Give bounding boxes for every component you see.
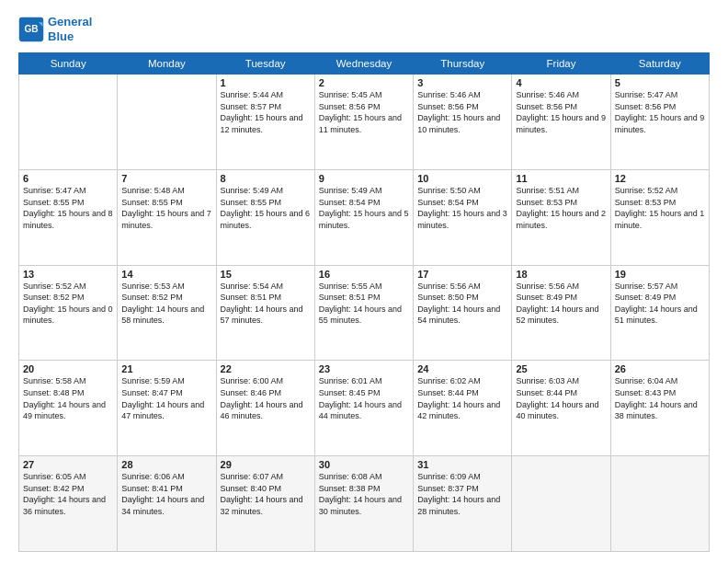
day-info: Sunrise: 6:06 AMSunset: 8:41 PMDaylight:… [121, 471, 211, 517]
day-number: 18 [516, 269, 606, 280]
day-info: Sunrise: 5:49 AMSunset: 8:54 PMDaylight:… [319, 185, 409, 231]
weekday-header-saturday: Saturday [610, 53, 709, 75]
day-info: Sunrise: 6:01 AMSunset: 8:45 PMDaylight:… [319, 375, 409, 421]
weekday-header-monday: Monday [118, 53, 216, 75]
calendar-cell: 18Sunrise: 5:56 AMSunset: 8:49 PMDayligh… [512, 265, 610, 361]
calendar-week-2: 6Sunrise: 5:47 AMSunset: 8:55 PMDaylight… [19, 169, 710, 265]
day-number: 22 [221, 363, 311, 374]
calendar-cell: 26Sunrise: 6:04 AMSunset: 8:43 PMDayligh… [610, 361, 709, 456]
calendar-cell: 20Sunrise: 5:58 AMSunset: 8:48 PMDayligh… [19, 361, 118, 456]
day-number: 17 [417, 269, 507, 280]
calendar-cell: 13Sunrise: 5:52 AMSunset: 8:52 PMDayligh… [19, 265, 118, 361]
day-info: Sunrise: 6:08 AMSunset: 8:38 PMDaylight:… [319, 471, 409, 517]
day-number: 27 [23, 459, 113, 470]
day-info: Sunrise: 6:04 AMSunset: 8:43 PMDaylight:… [615, 375, 705, 421]
day-info: Sunrise: 5:47 AMSunset: 8:55 PMDaylight:… [23, 185, 113, 231]
weekday-header-wednesday: Wednesday [314, 53, 413, 75]
weekday-header-sunday: Sunday [19, 53, 118, 75]
day-number: 14 [121, 269, 211, 280]
day-number: 12 [615, 173, 705, 184]
day-info: Sunrise: 5:56 AMSunset: 8:50 PMDaylight:… [417, 281, 507, 327]
day-info: Sunrise: 5:45 AMSunset: 8:56 PMDaylight:… [319, 89, 409, 135]
day-number: 6 [23, 173, 113, 184]
day-number: 19 [615, 269, 705, 280]
weekday-header-thursday: Thursday [414, 53, 512, 75]
calendar-cell: 23Sunrise: 6:01 AMSunset: 8:45 PMDayligh… [314, 361, 413, 456]
calendar-body: 1Sunrise: 5:44 AMSunset: 8:57 PMDaylight… [19, 75, 710, 552]
day-number: 7 [121, 173, 211, 184]
day-number: 15 [221, 269, 311, 280]
day-info: Sunrise: 5:54 AMSunset: 8:51 PMDaylight:… [221, 281, 311, 327]
calendar-cell: 31Sunrise: 6:09 AMSunset: 8:37 PMDayligh… [414, 456, 512, 552]
calendar-cell: 17Sunrise: 5:56 AMSunset: 8:50 PMDayligh… [414, 265, 512, 361]
day-info: Sunrise: 5:59 AMSunset: 8:47 PMDaylight:… [121, 375, 211, 421]
day-number: 20 [23, 363, 113, 374]
calendar-cell: 15Sunrise: 5:54 AMSunset: 8:51 PMDayligh… [216, 265, 314, 361]
day-number: 4 [516, 77, 606, 88]
svg-text:GB: GB [24, 24, 38, 34]
calendar-week-3: 13Sunrise: 5:52 AMSunset: 8:52 PMDayligh… [19, 265, 710, 361]
day-info: Sunrise: 5:46 AMSunset: 8:56 PMDaylight:… [516, 89, 606, 135]
logo-icon: GB [18, 17, 44, 42]
calendar-cell: 28Sunrise: 6:06 AMSunset: 8:41 PMDayligh… [118, 456, 216, 552]
calendar-cell: 22Sunrise: 6:00 AMSunset: 8:46 PMDayligh… [216, 361, 314, 456]
logo-text: General Blue [48, 15, 92, 43]
day-number: 2 [319, 77, 409, 88]
calendar-cell: 4Sunrise: 5:46 AMSunset: 8:56 PMDaylight… [512, 75, 610, 170]
calendar-cell: 6Sunrise: 5:47 AMSunset: 8:55 PMDaylight… [19, 169, 118, 265]
calendar-cell: 1Sunrise: 5:44 AMSunset: 8:57 PMDaylight… [216, 75, 314, 170]
calendar-cell: 7Sunrise: 5:48 AMSunset: 8:55 PMDaylight… [118, 169, 216, 265]
day-info: Sunrise: 5:57 AMSunset: 8:49 PMDaylight:… [615, 281, 705, 327]
calendar-cell: 2Sunrise: 5:45 AMSunset: 8:56 PMDaylight… [314, 75, 413, 170]
day-info: Sunrise: 5:50 AMSunset: 8:54 PMDaylight:… [417, 185, 507, 231]
day-number: 21 [121, 363, 211, 374]
calendar-week-1: 1Sunrise: 5:44 AMSunset: 8:57 PMDaylight… [19, 75, 710, 170]
calendar-cell: 30Sunrise: 6:08 AMSunset: 8:38 PMDayligh… [314, 456, 413, 552]
header: GB General Blue [18, 15, 710, 43]
day-number: 24 [417, 363, 507, 374]
day-number: 25 [516, 363, 606, 374]
calendar-week-4: 20Sunrise: 5:58 AMSunset: 8:48 PMDayligh… [19, 361, 710, 456]
day-number: 16 [319, 269, 409, 280]
calendar-cell: 11Sunrise: 5:51 AMSunset: 8:53 PMDayligh… [512, 169, 610, 265]
day-info: Sunrise: 6:07 AMSunset: 8:40 PMDaylight:… [221, 471, 311, 517]
day-number: 23 [319, 363, 409, 374]
day-number: 13 [23, 269, 113, 280]
day-info: Sunrise: 6:00 AMSunset: 8:46 PMDaylight:… [221, 375, 311, 421]
day-number: 8 [221, 173, 311, 184]
calendar-cell [19, 75, 118, 170]
calendar-cell: 25Sunrise: 6:03 AMSunset: 8:44 PMDayligh… [512, 361, 610, 456]
day-info: Sunrise: 5:48 AMSunset: 8:55 PMDaylight:… [121, 185, 211, 231]
calendar-cell: 14Sunrise: 5:53 AMSunset: 8:52 PMDayligh… [118, 265, 216, 361]
calendar-cell: 21Sunrise: 5:59 AMSunset: 8:47 PMDayligh… [118, 361, 216, 456]
day-number: 28 [121, 459, 211, 470]
calendar-cell: 16Sunrise: 5:55 AMSunset: 8:51 PMDayligh… [314, 265, 413, 361]
day-info: Sunrise: 5:58 AMSunset: 8:48 PMDaylight:… [23, 375, 113, 421]
day-number: 9 [319, 173, 409, 184]
day-info: Sunrise: 5:51 AMSunset: 8:53 PMDaylight:… [516, 185, 606, 231]
day-number: 11 [516, 173, 606, 184]
weekday-header-row: SundayMondayTuesdayWednesdayThursdayFrid… [19, 53, 710, 75]
day-info: Sunrise: 5:53 AMSunset: 8:52 PMDaylight:… [121, 281, 211, 327]
day-info: Sunrise: 6:03 AMSunset: 8:44 PMDaylight:… [516, 375, 606, 421]
day-number: 29 [221, 459, 311, 470]
day-info: Sunrise: 6:05 AMSunset: 8:42 PMDaylight:… [23, 471, 113, 517]
page: GB General Blue SundayMondayTuesdayWedne… [0, 0, 728, 563]
calendar-cell: 3Sunrise: 5:46 AMSunset: 8:56 PMDaylight… [414, 75, 512, 170]
day-info: Sunrise: 5:46 AMSunset: 8:56 PMDaylight:… [417, 89, 507, 135]
calendar-table: SundayMondayTuesdayWednesdayThursdayFrid… [18, 52, 710, 552]
day-number: 31 [417, 459, 507, 470]
day-info: Sunrise: 5:47 AMSunset: 8:56 PMDaylight:… [615, 89, 705, 135]
calendar-cell [118, 75, 216, 170]
day-number: 5 [615, 77, 705, 88]
calendar-cell [610, 456, 709, 552]
day-number: 10 [417, 173, 507, 184]
calendar-week-5: 27Sunrise: 6:05 AMSunset: 8:42 PMDayligh… [19, 456, 710, 552]
day-info: Sunrise: 5:56 AMSunset: 8:49 PMDaylight:… [516, 281, 606, 327]
calendar-cell: 10Sunrise: 5:50 AMSunset: 8:54 PMDayligh… [414, 169, 512, 265]
calendar-cell: 27Sunrise: 6:05 AMSunset: 8:42 PMDayligh… [19, 456, 118, 552]
day-info: Sunrise: 6:02 AMSunset: 8:44 PMDaylight:… [417, 375, 507, 421]
calendar-cell: 29Sunrise: 6:07 AMSunset: 8:40 PMDayligh… [216, 456, 314, 552]
day-info: Sunrise: 5:44 AMSunset: 8:57 PMDaylight:… [221, 89, 311, 135]
day-number: 1 [221, 77, 311, 88]
